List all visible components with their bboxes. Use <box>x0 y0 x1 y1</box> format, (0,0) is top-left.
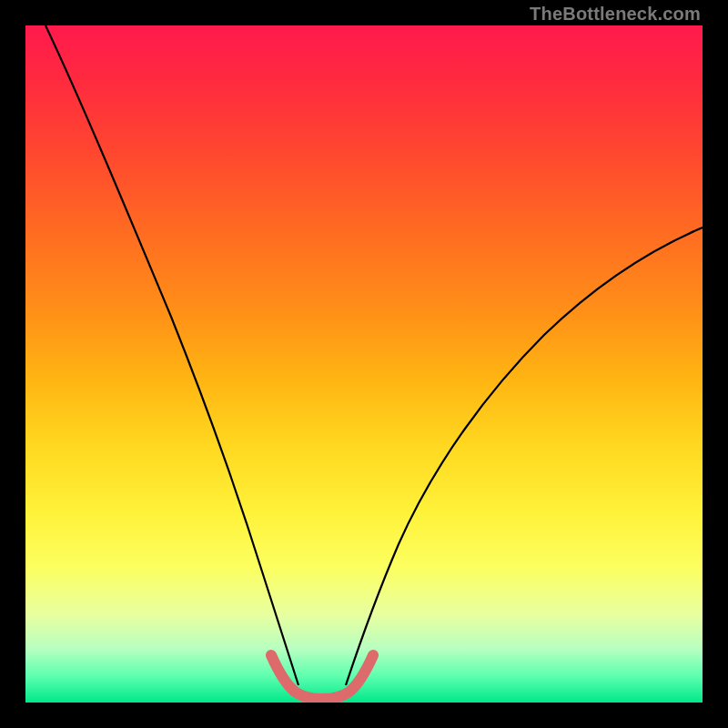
chart-frame: TheBottleneck.com <box>0 0 728 728</box>
plot-area <box>25 25 703 703</box>
well-highlight-path <box>271 655 373 699</box>
left-curve-path <box>46 25 298 685</box>
right-curve-path <box>346 228 703 685</box>
watermark-text: TheBottleneck.com <box>530 4 701 25</box>
curve-svg <box>25 25 703 703</box>
